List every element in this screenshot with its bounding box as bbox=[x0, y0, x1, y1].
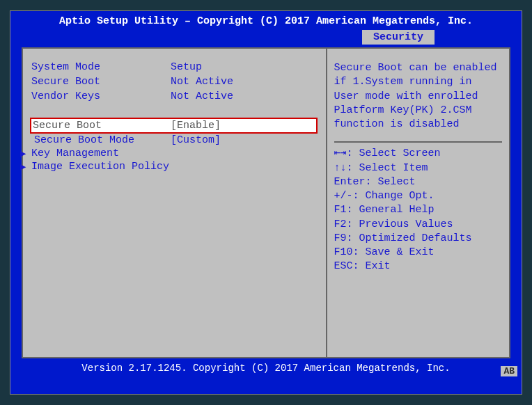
left-panel: System Mode Setup Secure Boot Not Active… bbox=[23, 49, 327, 357]
menu-image-execution-policy[interactable]: ▶ Image Execution Policy bbox=[20, 160, 318, 173]
info-value: Setup bbox=[171, 61, 202, 73]
info-secure-boot: Secure Boot Not Active bbox=[31, 76, 318, 88]
main-area: System Mode Setup Secure Boot Not Active… bbox=[22, 47, 510, 358]
help-divider bbox=[334, 141, 502, 143]
menu-label: Secure Boot bbox=[33, 120, 171, 132]
help-description: Secure Boot can be enabled if 1.System r… bbox=[334, 61, 502, 132]
footer: Version 2.17.1245. Copyright (C) 2017 Am… bbox=[10, 358, 522, 378]
info-value: Not Active bbox=[171, 90, 233, 102]
menu-secure-boot-mode[interactable]: Secure Boot Mode [Custom] bbox=[31, 134, 318, 147]
submenu-arrow-icon: ▶ bbox=[20, 161, 29, 173]
help-key-row: F10: Save & Exit bbox=[334, 246, 502, 260]
menu-key-management[interactable]: ▶ Key Management bbox=[20, 147, 318, 160]
help-key-row: F1: General Help bbox=[334, 203, 502, 217]
menu-label: Secure Boot Mode bbox=[34, 134, 171, 146]
help-key-row: Enter: Select bbox=[334, 175, 502, 189]
info-label: System Mode bbox=[31, 61, 171, 73]
footer-tag: AB bbox=[501, 366, 517, 376]
help-key-row: F9: Optimized Defaults bbox=[334, 232, 502, 246]
menu-label: Key Management bbox=[31, 148, 119, 159]
info-vendor-keys: Vendor Keys Not Active bbox=[31, 90, 318, 102]
help-key-row: ESC: Exit bbox=[334, 260, 502, 273]
menu-secure-boot[interactable]: Secure Boot [Enable] bbox=[30, 118, 318, 134]
footer-text: Version 2.17.1245. Copyright (C) 2017 Am… bbox=[81, 363, 450, 374]
right-panel: Secure Boot can be enabled if 1.System r… bbox=[327, 49, 509, 357]
menu-value: [Custom] bbox=[171, 134, 221, 146]
submenu-arrow-icon: ▶ bbox=[20, 148, 29, 159]
help-keys: ⇤⇥: Select Screen ↑↓: Select Item Enter:… bbox=[334, 147, 502, 273]
info-value: Not Active bbox=[171, 76, 233, 88]
help-key-row: ⇤⇥: Select Screen bbox=[334, 147, 502, 161]
tab-security[interactable]: Security bbox=[362, 30, 435, 45]
info-system-mode: System Mode Setup bbox=[31, 61, 318, 73]
menu-label: Image Execution Policy bbox=[31, 161, 169, 173]
bios-setup-window: Aptio Setup Utility – Copyright (C) 2017… bbox=[10, 10, 522, 395]
info-label: Vendor Keys bbox=[31, 90, 171, 102]
header-title: Aptio Setup Utility – Copyright (C) 2017… bbox=[10, 11, 522, 29]
help-key-row: F2: Previous Values bbox=[334, 218, 502, 232]
tab-row: Security bbox=[10, 30, 522, 45]
help-key-row: +/-: Change Opt. bbox=[334, 189, 502, 203]
info-label: Secure Boot bbox=[31, 76, 171, 88]
menu-value: [Enable] bbox=[171, 120, 221, 132]
help-key-row: ↑↓: Select Item bbox=[334, 161, 502, 175]
